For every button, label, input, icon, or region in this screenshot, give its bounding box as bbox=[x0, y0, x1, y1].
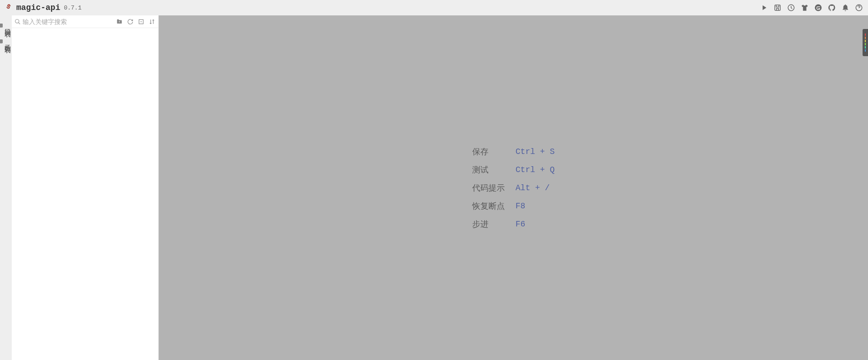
shortcut-test: 测试 Ctrl + Q bbox=[472, 164, 555, 175]
header: magic-api 0.7.1 bbox=[0, 0, 868, 15]
sidebar-toolbar bbox=[12, 15, 158, 28]
svg-point-4 bbox=[15, 19, 19, 23]
shortcut-key: Ctrl + Q bbox=[516, 165, 555, 174]
sort-icon[interactable] bbox=[148, 18, 156, 25]
shortcut-key: F8 bbox=[516, 202, 526, 211]
shortcut-label: 保存 bbox=[472, 146, 508, 157]
app-logo-icon bbox=[5, 3, 14, 12]
help-icon[interactable] bbox=[854, 3, 863, 12]
minimap-indicator[interactable] bbox=[863, 29, 868, 56]
notification-icon[interactable] bbox=[841, 3, 850, 12]
new-folder-icon[interactable] bbox=[116, 18, 123, 25]
save-icon[interactable] bbox=[773, 3, 782, 12]
tab-function-list[interactable]: 函数列表 bbox=[0, 33, 12, 49]
svg-point-2 bbox=[815, 5, 822, 11]
folder-icon bbox=[0, 22, 4, 30]
tab-function-list-label: 函数列表 bbox=[4, 39, 12, 43]
search-wrapper bbox=[14, 18, 114, 25]
shortcut-label: 测试 bbox=[472, 164, 508, 175]
shortcut-key: F6 bbox=[516, 220, 526, 229]
tab-api-list[interactable]: 接口列表 bbox=[0, 17, 12, 33]
shortcut-save: 保存 Ctrl + S bbox=[472, 146, 555, 157]
gitee-icon[interactable] bbox=[814, 3, 823, 12]
search-input[interactable] bbox=[23, 18, 114, 25]
tab-api-list-label: 接口列表 bbox=[4, 24, 12, 27]
shortcut-label: 代码提示 bbox=[472, 182, 508, 193]
collapse-icon[interactable] bbox=[138, 18, 145, 25]
shortcut-hint: 代码提示 Alt + / bbox=[472, 182, 555, 193]
folder-icon bbox=[0, 38, 4, 46]
history-icon[interactable] bbox=[787, 3, 796, 12]
github-icon[interactable] bbox=[827, 3, 836, 12]
header-left: magic-api 0.7.1 bbox=[5, 3, 81, 12]
main-container: 接口列表 函数列表 bbox=[0, 15, 868, 360]
app-version: 0.7.1 bbox=[64, 5, 81, 11]
shortcuts-panel: 保存 Ctrl + S 测试 Ctrl + Q 代码提示 Alt + / 恢复断… bbox=[472, 146, 555, 230]
vertical-tabs: 接口列表 函数列表 bbox=[0, 15, 12, 360]
shortcut-key: Ctrl + S bbox=[516, 147, 555, 156]
shortcut-step: 步进 F6 bbox=[472, 219, 555, 230]
search-icon bbox=[14, 19, 21, 25]
shortcut-resume: 恢复断点 F8 bbox=[472, 201, 555, 211]
header-toolbar bbox=[759, 3, 863, 12]
toolbar-icons bbox=[116, 18, 156, 25]
run-icon[interactable] bbox=[759, 3, 768, 12]
editor-area: 保存 Ctrl + S 测试 Ctrl + Q 代码提示 Alt + / 恢复断… bbox=[159, 15, 868, 360]
shortcut-key: Alt + / bbox=[516, 183, 550, 192]
svg-rect-0 bbox=[775, 5, 780, 10]
shortcut-label: 步进 bbox=[472, 219, 508, 230]
sidebar-content bbox=[12, 28, 158, 360]
sidebar bbox=[12, 15, 159, 360]
tshirt-icon[interactable] bbox=[800, 3, 809, 12]
app-title: magic-api bbox=[16, 3, 60, 12]
refresh-icon[interactable] bbox=[127, 18, 134, 25]
shortcut-label: 恢复断点 bbox=[472, 201, 508, 211]
